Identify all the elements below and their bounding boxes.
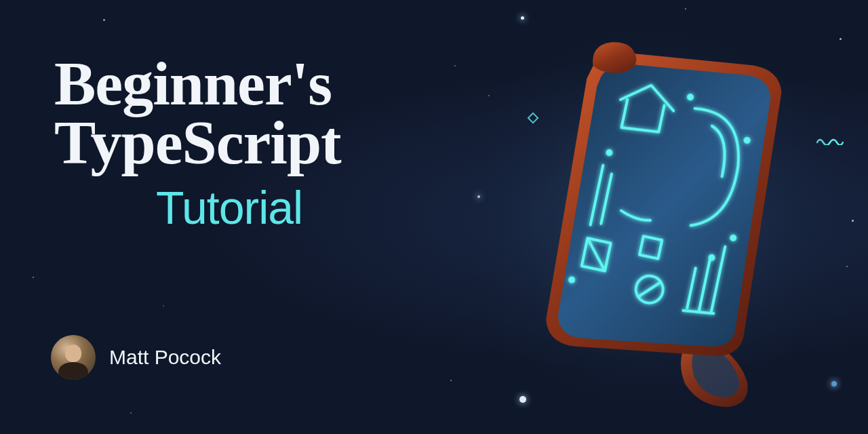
title-line-2: TypeScript xyxy=(54,108,341,177)
author-block: Matt Pocock xyxy=(51,335,221,380)
svg-point-2 xyxy=(745,138,749,142)
author-name: Matt Pocock xyxy=(109,346,221,369)
author-avatar xyxy=(51,335,96,380)
magic-scroll-illustration xyxy=(461,27,841,407)
page-subtitle: Tutorial xyxy=(156,181,341,234)
svg-point-8 xyxy=(731,235,736,240)
hero-content: Beginner's TypeScript Tutorial xyxy=(54,54,341,234)
page-title: Beginner's TypeScript xyxy=(54,54,341,173)
svg-point-1 xyxy=(688,95,692,100)
svg-point-3 xyxy=(607,151,612,155)
svg-point-9 xyxy=(570,277,574,282)
